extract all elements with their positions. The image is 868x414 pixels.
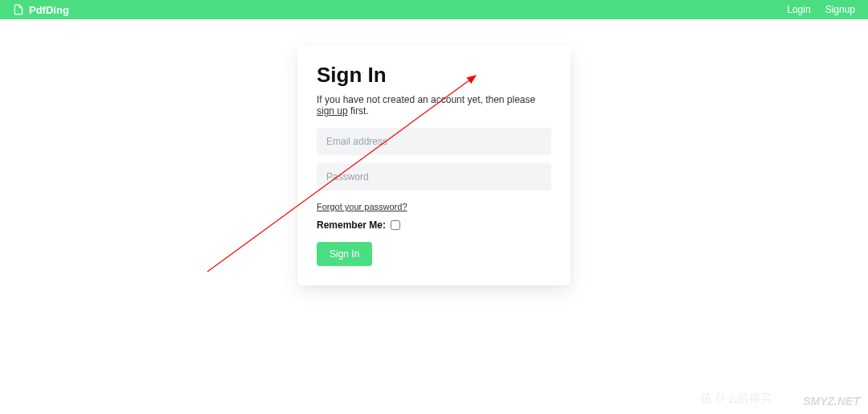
- remember-row: Remember Me:: [317, 219, 551, 231]
- signup-link[interactable]: Signup: [825, 4, 855, 15]
- nav-links: Login Signup: [787, 4, 855, 15]
- document-icon: [13, 4, 24, 15]
- header-bar: PdfDing Login Signup: [0, 0, 868, 19]
- watermark-left: 值 什么值得买: [701, 391, 772, 406]
- remember-label: Remember Me:: [317, 219, 386, 231]
- card-title: Sign In: [317, 63, 551, 88]
- email-input[interactable]: [317, 128, 551, 155]
- password-input[interactable]: [317, 163, 551, 191]
- signup-inline-link[interactable]: sign up: [317, 105, 348, 117]
- signin-card: Sign In If you have not created an accou…: [297, 45, 571, 285]
- signin-button[interactable]: Sign In: [317, 242, 372, 266]
- brand[interactable]: PdfDing: [13, 4, 69, 16]
- main-container: Sign In If you have not created an accou…: [0, 19, 868, 285]
- remember-checkbox[interactable]: [391, 220, 400, 230]
- brand-label: PdfDing: [29, 4, 69, 16]
- card-subtitle: If you have not created an account yet, …: [317, 94, 551, 117]
- login-link[interactable]: Login: [787, 4, 810, 15]
- subtitle-prefix: If you have not created an account yet, …: [317, 94, 535, 105]
- watermark-right: SMYZ.NET: [803, 395, 860, 408]
- subtitle-suffix: first.: [348, 105, 369, 117]
- forgot-password-link[interactable]: Forgot your password?: [317, 202, 407, 211]
